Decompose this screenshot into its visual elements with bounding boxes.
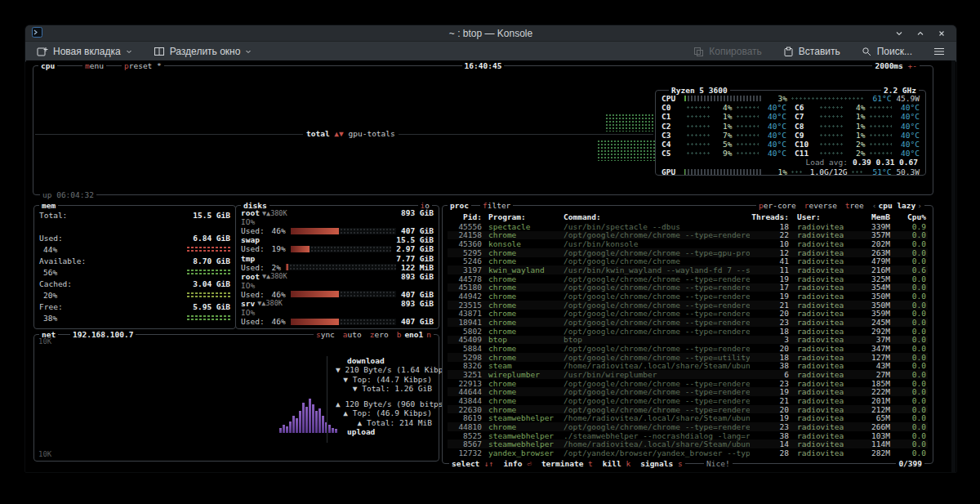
process-row[interactable]: 44578 chrome /opt/google/chrome/chrome -… bbox=[448, 274, 928, 283]
dot-leader bbox=[736, 124, 760, 128]
process-user: radiovitea bbox=[789, 222, 856, 231]
process-command: /opt/google/chrome/chrome --type=rendere… bbox=[564, 309, 750, 318]
process-pid: 45556 bbox=[448, 222, 482, 231]
process-row[interactable]: 44942 chrome /opt/google/chrome/chrome -… bbox=[448, 292, 928, 301]
filter-button[interactable]: filter bbox=[480, 200, 513, 211]
process-row[interactable]: 8326 steam /home/radiovitea/.local/share… bbox=[448, 362, 928, 371]
process-row[interactable]: 22913 chrome /opt/google/chrome/chrome -… bbox=[448, 379, 928, 388]
process-row[interactable]: 3197 kwin_wayland /usr/bin/kwin_wayland … bbox=[448, 265, 928, 274]
net-sync-toggle[interactable]: sync bbox=[316, 329, 335, 340]
process-table-header[interactable]: Pid: Program: Command: Threads: User: Me… bbox=[448, 212, 928, 221]
process-row[interactable]: 5884 chrome /opt/google/chrome/chrome --… bbox=[448, 344, 928, 353]
process-row[interactable]: 43844 chrome /opt/google/chrome/chrome -… bbox=[448, 396, 928, 405]
tree-toggle[interactable]: tree bbox=[845, 200, 864, 211]
process-command: /usr/bin/spectacle --dbus bbox=[564, 222, 750, 231]
process-row[interactable]: 45360 konsole /usr/bin/konsole 10 radiov… bbox=[448, 239, 928, 248]
process-threads: 19 bbox=[750, 274, 789, 283]
process-row[interactable]: 5802 chrome /opt/google/chrome/chrome --… bbox=[448, 327, 928, 336]
proc-footer-action[interactable]: info ⏎ bbox=[504, 458, 532, 469]
menu-button[interactable]: menu bbox=[82, 60, 106, 71]
minimize-button[interactable] bbox=[891, 29, 907, 38]
net-prev-interface[interactable]: b bbox=[397, 329, 402, 340]
process-pid: 22630 bbox=[448, 405, 482, 414]
process-row[interactable]: 5298 chrome /opt/google/chrome/chrome --… bbox=[448, 353, 928, 362]
proc-footer-action[interactable]: select ↓↑ bbox=[452, 458, 494, 469]
process-row[interactable]: 22630 chrome /opt/google/chrome/chrome -… bbox=[448, 405, 928, 414]
upload-speed: ▲ 120 Byte/s (960 bitps) bbox=[336, 399, 432, 408]
process-threads: 21 bbox=[750, 396, 789, 405]
process-pid: 45409 bbox=[448, 335, 482, 344]
network-box: net 192.168.100.7 sync auto zero beno1n … bbox=[33, 334, 439, 462]
process-mem: 65M bbox=[856, 413, 890, 422]
titlebar[interactable]: ~ : btop — Konsole bbox=[25, 25, 956, 42]
memory-stat-percent: 38% bbox=[39, 314, 57, 323]
column-program[interactable]: Program: bbox=[482, 212, 564, 221]
process-row[interactable]: 8567 steamwebhelper /home/radiovitea/.lo… bbox=[448, 439, 928, 448]
net-zero-toggle[interactable]: zero bbox=[370, 329, 389, 340]
copy-button[interactable]: Копировать bbox=[690, 44, 765, 59]
column-threads[interactable]: Threads: bbox=[750, 212, 789, 221]
download-label: download bbox=[336, 356, 432, 365]
split-window-button[interactable]: Разделить окно bbox=[150, 44, 256, 59]
process-table[interactable]: 45556 spectacle /usr/bin/spectacle --dbu… bbox=[448, 222, 928, 457]
net-scale-top: 10K bbox=[38, 337, 51, 346]
column-pid[interactable]: Pid: bbox=[448, 212, 482, 221]
process-pid: 18941 bbox=[448, 318, 482, 327]
process-pid: 3197 bbox=[448, 265, 482, 274]
dot-leader bbox=[819, 105, 843, 109]
process-row[interactable]: 45409 btop btop 3 radiovitea 37M 0.0 bbox=[448, 336, 928, 345]
column-user[interactable]: User: bbox=[789, 212, 856, 221]
net-interface-selector[interactable]: beno1n bbox=[397, 329, 431, 340]
process-row[interactable]: 43871 chrome /opt/google/chrome/chrome -… bbox=[448, 310, 928, 319]
terminal[interactable]: cpu menu preset * 16:40:45 2000ms +- tot… bbox=[26, 60, 956, 472]
disk-used-percent: 46% bbox=[272, 317, 286, 326]
reverse-toggle[interactable]: reverse bbox=[804, 200, 837, 211]
search-button[interactable]: Поиск... bbox=[858, 44, 915, 59]
process-row[interactable]: 5295 chrome /opt/google/chrome/chrome --… bbox=[448, 248, 928, 257]
process-threads: 14 bbox=[750, 439, 789, 448]
hamburger-menu-button[interactable] bbox=[930, 45, 948, 58]
process-threads: 3 bbox=[750, 335, 789, 344]
new-tab-button[interactable]: Новая вкладка bbox=[33, 44, 136, 59]
refresh-interval-control[interactable]: 2000ms +- bbox=[872, 60, 920, 71]
close-button[interactable] bbox=[933, 29, 950, 38]
column-cpu[interactable]: Cpu% bbox=[890, 212, 928, 221]
proc-box-title: proc bbox=[448, 200, 471, 211]
process-row[interactable]: 8525 steamwebhelper ./steamwebhelper --n… bbox=[448, 431, 928, 440]
process-command: /home/radiovitea/.local/share/Steam/ubun… bbox=[564, 439, 750, 448]
sort-selector[interactable]: ‹cpu lazy› bbox=[872, 200, 922, 211]
disk-value: 893 GiB bbox=[401, 272, 434, 281]
disk-io-rate: ▼▲380K bbox=[257, 299, 283, 307]
net-auto-toggle[interactable]: auto bbox=[343, 329, 362, 340]
process-row[interactable]: 3251 wireplumber /usr/bin/wireplumber 6 … bbox=[448, 370, 928, 379]
dot-leader bbox=[686, 151, 710, 155]
process-row[interactable]: 8619 steamwebhelper /home/radiovitea/.lo… bbox=[448, 413, 928, 422]
per-core-toggle[interactable]: per-core bbox=[759, 200, 796, 211]
process-row[interactable]: 18941 chrome /opt/google/chrome/chrome -… bbox=[448, 318, 928, 327]
proc-footer-action[interactable]: signals s bbox=[640, 458, 683, 469]
process-row[interactable]: 5246 chrome /opt/google/chrome/chrome 41… bbox=[448, 257, 928, 266]
maximize-button[interactable] bbox=[912, 29, 929, 38]
process-row[interactable]: 24158 chrome /opt/google/chrome/chrome -… bbox=[448, 231, 928, 240]
graph-mode-selector[interactable]: total ▲▼ gpu-totals bbox=[303, 129, 399, 138]
proc-footer-action[interactable]: terminate t bbox=[541, 458, 593, 469]
proc-footer-action[interactable]: kill k bbox=[603, 458, 630, 469]
preset-button[interactable]: preset * bbox=[122, 60, 164, 71]
column-mem[interactable]: MemB bbox=[856, 212, 890, 221]
process-row[interactable]: 44810 chrome /opt/google/chrome/chrome -… bbox=[448, 422, 928, 431]
dot-leader bbox=[851, 170, 864, 174]
process-row[interactable]: 23515 chrome /opt/google/chrome/chrome -… bbox=[448, 301, 928, 310]
process-row[interactable]: 44644 chrome /opt/google/chrome/chrome -… bbox=[448, 387, 928, 396]
column-command[interactable]: Command: bbox=[564, 212, 750, 221]
dot-leader bbox=[736, 151, 760, 155]
disk-line: swap 15.5 GiB bbox=[241, 235, 434, 244]
process-row[interactable]: 12732 yandex_browser /opt/yandex/browser… bbox=[448, 448, 928, 457]
gpu-graph-trace bbox=[597, 140, 656, 161]
core-row: C9 1% 40°C bbox=[795, 131, 920, 140]
process-row[interactable]: 45556 spectacle /usr/bin/spectacle --dbu… bbox=[448, 222, 928, 231]
paste-button[interactable]: Вставить bbox=[780, 44, 844, 59]
net-graph-bar bbox=[296, 418, 298, 433]
net-next-interface[interactable]: n bbox=[426, 329, 431, 340]
terminal-scrollbar[interactable] bbox=[951, 60, 956, 472]
process-row[interactable]: 45180 chrome /opt/google/chrome/chrome -… bbox=[448, 283, 928, 292]
